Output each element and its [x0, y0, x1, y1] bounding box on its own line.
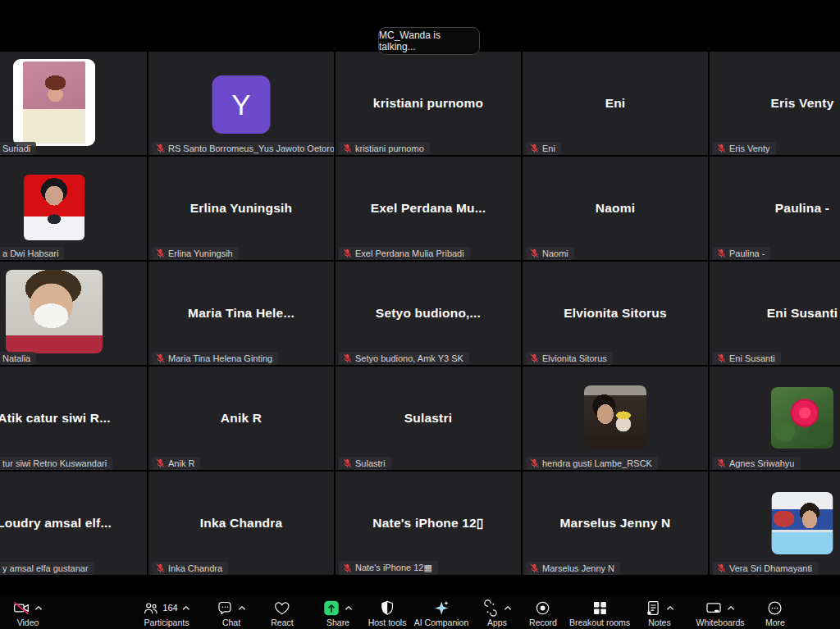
participant-tile[interactable]: Eris VentyEris Venty — [710, 52, 840, 155]
name-label-text: Paulina - — [729, 248, 765, 258]
participants-button[interactable]: 164Participants — [142, 599, 190, 627]
name-label: Sulastri — [339, 457, 391, 470]
react-button[interactable]: React — [271, 599, 293, 627]
participant-tile[interactable]: EniEni — [523, 52, 708, 155]
muted-mic-icon — [156, 144, 165, 153]
toolbar-item-label: Share — [326, 618, 349, 627]
participant-tile[interactable]: SulastriSulastri — [336, 367, 521, 470]
participant-name: Inka Chandra — [148, 516, 334, 531]
participant-tile[interactable]: Vera Sri Dhamayanti — [710, 472, 840, 575]
name-label-text: Nate's iPhone 12▦ — [355, 563, 432, 573]
participant-name: Eni Susanti — [710, 306, 840, 321]
breakout-grid-icon — [591, 599, 609, 617]
name-label-text: Exel Perdana Mulia Pribadi — [355, 248, 464, 258]
participant-tile[interactable]: NaomiNaomi — [523, 157, 708, 260]
participant-name: kristiani purnomo — [336, 96, 521, 111]
participant-tile[interactable]: Agnes Sriwahyu — [710, 367, 840, 470]
participant-tile[interactable]: kristiani purnomokristiani purnomo — [336, 52, 521, 155]
muted-mic-icon — [530, 144, 539, 153]
chat-button[interactable]: Chat — [217, 599, 247, 627]
toolbar-item-label: Notes — [648, 618, 670, 627]
name-label: Eni Susanti — [713, 352, 781, 365]
notes-button[interactable]: Notes — [645, 599, 675, 627]
name-label-text: Eris Venty — [729, 144, 770, 153]
share-button[interactable]: Share — [323, 599, 354, 627]
muted-mic-icon — [343, 353, 352, 363]
active-speaker-text: MC_Wanda is talking... — [379, 30, 479, 52]
name-label: Elvionita Sitorus — [526, 352, 613, 365]
more-icon — [767, 599, 784, 617]
chevron-up-icon[interactable] — [345, 604, 354, 613]
participant-tile[interactable]: Setyo budiono,...Setyo budiono, Amk Y3 S… — [336, 262, 521, 365]
muted-mic-icon — [156, 248, 165, 258]
participant-tile[interactable]: Natalia — [0, 262, 147, 365]
chevron-up-icon[interactable] — [504, 604, 513, 613]
participant-tile[interactable]: Maria Tina Hele...Maria Tina Helena Gint… — [148, 262, 334, 365]
chevron-up-icon[interactable] — [238, 604, 247, 613]
name-label-text: a Dwi Habsari — [2, 248, 58, 258]
participant-tile[interactable]: Paulina -Paulina - — [710, 157, 840, 260]
muted-mic-icon — [530, 248, 539, 258]
apps-icon — [482, 599, 500, 617]
participant-tile[interactable]: Atik catur siwi R...tur siwi Retno Kuswa… — [0, 367, 147, 470]
name-label: Naomi — [526, 247, 574, 260]
chevron-up-icon[interactable] — [666, 604, 675, 613]
name-label: y amsal elfa gustanar — [0, 562, 94, 575]
heart-icon — [274, 599, 291, 617]
participant-name: Loudry amsal elf... — [0, 516, 147, 531]
participant-tile[interactable]: Eni SusantiEni Susanti — [710, 262, 840, 365]
chevron-up-icon[interactable] — [34, 604, 43, 613]
participant-tile[interactable]: Inka ChandraInka Chandra — [148, 472, 334, 575]
participant-tile[interactable]: Loudry amsal elf...y amsal elfa gustanar — [0, 472, 147, 575]
name-label: hendra gusti Lambe_RSCK — [526, 457, 658, 470]
name-label-text: Setyo budiono, Amk Y3 SK — [355, 353, 463, 363]
name-label-text: y amsal elfa gustanar — [2, 563, 89, 573]
toolbar-item-label: Chat — [222, 618, 240, 627]
name-label: Eris Venty — [713, 142, 776, 155]
participant-tile[interactable]: Erlina YuningsihErlina Yuningsih — [148, 157, 334, 260]
ai-companion-button[interactable]: AI Companion — [414, 599, 469, 627]
muted-mic-icon — [343, 248, 352, 258]
participant-tile[interactable]: Marselus Jenny NMarselus Jenny N — [523, 472, 708, 575]
name-label-text: Suriadi — [2, 144, 30, 153]
participant-tile[interactable]: a Dwi Habsari — [0, 157, 147, 260]
name-label: Nate's iPhone 12▦ — [339, 561, 438, 575]
name-label-text: hendra gusti Lambe_RSCK — [542, 458, 652, 468]
more-button[interactable]: More — [765, 599, 785, 627]
participant-tile[interactable]: hendra gusti Lambe_RSCK — [523, 367, 708, 470]
video-button[interactable]: Video — [13, 599, 43, 627]
chevron-up-icon[interactable] — [182, 604, 191, 613]
participant-name: Eni — [523, 96, 708, 111]
meeting-toolbar: Video164ParticipantsChatReactShareHost t… — [0, 596, 840, 629]
participant-name: Atik catur siwi R... — [0, 411, 147, 426]
participant-tile[interactable]: Elvionita SitorusElvionita Sitorus — [523, 262, 708, 365]
participant-name: Paulina - — [710, 201, 840, 216]
zoom-meeting-window: MC_Wanda is talking... SuriadiYRS Santo … — [0, 0, 840, 629]
participant-name: Sulastri — [336, 411, 521, 426]
name-label-text: kristiani purnomo — [355, 144, 424, 153]
muted-mic-icon — [717, 563, 726, 573]
chat-icon — [217, 599, 234, 617]
active-speaker-toast: MC_Wanda is talking... — [378, 27, 480, 55]
toolbar-item-label: Apps — [487, 618, 507, 627]
name-label: Paulina - — [713, 247, 770, 260]
participant-tile[interactable]: Exel Perdana Mu...Exel Perdana Mulia Pri… — [336, 157, 521, 260]
participant-name: Marselus Jenny N — [523, 516, 708, 531]
apps-button[interactable]: Apps — [482, 599, 513, 627]
participant-tile[interactable]: Anik RAnik R — [148, 367, 334, 470]
toolbar-item-label: Participants — [144, 618, 189, 627]
participant-tile[interactable]: Nate's iPhone 12▯Nate's iPhone 12▦ — [336, 472, 521, 575]
host-tools-button[interactable]: Host tools — [368, 599, 407, 627]
participant-tile[interactable]: YRS Santo Borromeus_Yus Jawoto Oetoro — [148, 52, 334, 155]
whiteboards-button[interactable]: Whiteboards — [696, 599, 745, 627]
participant-name: Anik R — [148, 411, 334, 426]
chevron-up-icon[interactable] — [726, 604, 735, 613]
participant-tile[interactable]: Suriadi — [0, 52, 147, 155]
breakout-rooms-button[interactable]: Breakout rooms — [569, 599, 630, 627]
avatar-initial: Y — [212, 75, 271, 134]
muted-mic-icon — [530, 458, 539, 468]
record-icon — [534, 599, 551, 617]
toolbar-item-label: Whiteboards — [696, 618, 745, 627]
avatar-photo — [13, 59, 95, 146]
record-button[interactable]: Record — [529, 599, 557, 627]
